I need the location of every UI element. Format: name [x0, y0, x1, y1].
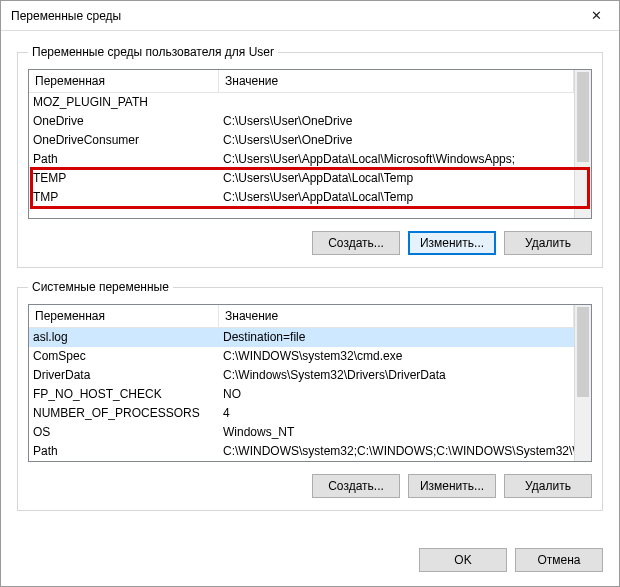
var-name: Path [29, 442, 219, 461]
table-row[interactable]: FP_NO_HOST_CHECKNO [29, 385, 574, 404]
table-row[interactable]: PathC:\Users\User\AppData\Local\Microsof… [29, 150, 574, 169]
var-value: C:\Users\User\OneDrive [219, 131, 574, 150]
var-value: C:\Users\User\AppData\Local\Temp [219, 188, 574, 207]
column-header-variable[interactable]: Переменная [29, 70, 219, 92]
dialog-buttons: OK Отмена [1, 542, 619, 586]
client-area: Переменные среды пользователя для User П… [1, 31, 619, 542]
var-value: C:\Windows\System32\Drivers\DriverData [219, 366, 574, 385]
var-name: ComSpec [29, 347, 219, 366]
var-name: OneDriveConsumer [29, 131, 219, 150]
user-vars-group: Переменные среды пользователя для User П… [17, 45, 603, 268]
var-value: C:\WINDOWS\system32;C:\WINDOWS;C:\WINDOW… [219, 442, 574, 461]
var-name: OneDrive [29, 112, 219, 131]
var-name: NUMBER_OF_PROCESSORS [29, 404, 219, 423]
table-row[interactable]: DriverDataC:\Windows\System32\Drivers\Dr… [29, 366, 574, 385]
column-header-value[interactable]: Значение [219, 70, 574, 92]
var-value: NO [219, 385, 574, 404]
scrollbar[interactable] [574, 70, 591, 218]
user-vars-buttons: Создать... Изменить... Удалить [28, 231, 592, 255]
user-vars-list[interactable]: ПеременнаяЗначениеMOZ_PLUGIN_PATHOneDriv… [28, 69, 592, 219]
scrollbar-thumb[interactable] [577, 72, 589, 162]
window-title: Переменные среды [11, 9, 121, 23]
var-name: MOZ_PLUGIN_PATH [29, 93, 219, 112]
user-vars-legend: Переменные среды пользователя для User [28, 45, 278, 59]
system-delete-button[interactable]: Удалить [504, 474, 592, 498]
var-value: C:\Users\User\OneDrive [219, 112, 574, 131]
column-header-row[interactable]: ПеременнаяЗначение [29, 305, 574, 328]
scrollbar[interactable] [574, 305, 591, 461]
column-header-value[interactable]: Значение [219, 305, 574, 327]
user-new-button[interactable]: Создать... [312, 231, 400, 255]
system-vars-list[interactable]: ПеременнаяЗначениеasl.logDestination=fil… [28, 304, 592, 462]
var-value: C:\Users\User\AppData\Local\Microsoft\Wi… [219, 150, 574, 169]
ok-button[interactable]: OK [419, 548, 507, 572]
env-vars-dialog: Переменные среды ✕ Переменные среды поль… [0, 0, 620, 587]
var-value: 4 [219, 404, 574, 423]
var-value: Destination=file [219, 328, 574, 347]
system-vars-group: Системные переменные ПеременнаяЗначениеa… [17, 280, 603, 511]
table-row[interactable]: NUMBER_OF_PROCESSORS4 [29, 404, 574, 423]
column-header-variable[interactable]: Переменная [29, 305, 219, 327]
titlebar: Переменные среды ✕ [1, 1, 619, 31]
table-row[interactable]: MOZ_PLUGIN_PATH [29, 93, 574, 112]
system-vars-buttons: Создать... Изменить... Удалить [28, 474, 592, 498]
var-name: FP_NO_HOST_CHECK [29, 385, 219, 404]
close-icon[interactable]: ✕ [574, 1, 619, 31]
var-name: DriverData [29, 366, 219, 385]
var-name: asl.log [29, 328, 219, 347]
var-name: TEMP [29, 169, 219, 188]
table-row[interactable]: TEMPC:\Users\User\AppData\Local\Temp [29, 169, 574, 188]
system-new-button[interactable]: Создать... [312, 474, 400, 498]
user-delete-button[interactable]: Удалить [504, 231, 592, 255]
table-row[interactable]: OSWindows_NT [29, 423, 574, 442]
cancel-button[interactable]: Отмена [515, 548, 603, 572]
var-value: C:\Users\User\AppData\Local\Temp [219, 169, 574, 188]
user-edit-button[interactable]: Изменить... [408, 231, 496, 255]
table-row[interactable]: OneDriveC:\Users\User\OneDrive [29, 112, 574, 131]
var-value: Windows_NT [219, 423, 574, 442]
table-row[interactable]: OneDriveConsumerC:\Users\User\OneDrive [29, 131, 574, 150]
table-row[interactable]: TMPC:\Users\User\AppData\Local\Temp [29, 188, 574, 207]
var-name: TMP [29, 188, 219, 207]
var-name: Path [29, 150, 219, 169]
table-row[interactable]: asl.logDestination=file [29, 328, 574, 347]
scrollbar-thumb[interactable] [577, 307, 589, 397]
var-value [219, 93, 574, 112]
system-edit-button[interactable]: Изменить... [408, 474, 496, 498]
table-row[interactable]: ComSpecC:\WINDOWS\system32\cmd.exe [29, 347, 574, 366]
column-header-row[interactable]: ПеременнаяЗначение [29, 70, 574, 93]
table-row[interactable]: PathC:\WINDOWS\system32;C:\WINDOWS;C:\WI… [29, 442, 574, 461]
var-value: C:\WINDOWS\system32\cmd.exe [219, 347, 574, 366]
var-name: OS [29, 423, 219, 442]
system-vars-legend: Системные переменные [28, 280, 173, 294]
